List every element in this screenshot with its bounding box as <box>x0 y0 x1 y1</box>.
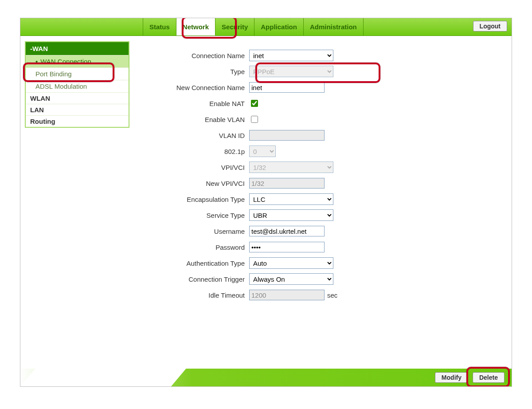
trigger-select[interactable]: Always On <box>249 273 333 285</box>
sidebar: -WAN WAN Connection Port Binding ADSL Mo… <box>25 41 129 128</box>
username-input[interactable] <box>249 226 325 236</box>
top-nav: Status Network Security Application Admi… <box>20 18 512 36</box>
new-vpi-vci-input <box>249 178 325 189</box>
vpi-vci-label: VPI/VCI <box>143 164 249 171</box>
tab-application[interactable]: Application <box>254 18 304 35</box>
content-panel: Connection Name inet Type PPPoE <box>129 36 512 369</box>
sidebar-item-lan[interactable]: LAN <box>26 104 129 115</box>
dot1p-select: 0 <box>249 146 276 157</box>
vlan-id-input <box>249 130 325 141</box>
sidebar-item-wan-connection[interactable]: WAN Connection <box>26 55 129 67</box>
delete-button[interactable]: Delete <box>473 372 505 383</box>
new-connection-name-input[interactable] <box>249 82 325 93</box>
idle-timeout-label: Idle Timeout <box>143 291 249 299</box>
auth-type-select[interactable]: Auto <box>249 257 333 269</box>
connection-name-label: Connection Name <box>143 52 249 59</box>
vpi-vci-select: 1/32 <box>249 161 333 173</box>
service-type-label: Service Type <box>143 212 249 219</box>
enable-vlan-label: Enable VLAN <box>143 116 249 123</box>
sidebar-item-routing[interactable]: Routing <box>26 115 129 127</box>
dot1p-label: 802.1p <box>143 148 249 155</box>
password-label: Password <box>143 244 249 251</box>
enable-vlan-checkbox[interactable] <box>251 116 258 123</box>
sidebar-item-adsl-modulation[interactable]: ADSL Modulation <box>26 80 129 92</box>
idle-timeout-suffix: sec <box>327 291 337 299</box>
vlan-id-label: VLAN ID <box>143 132 249 139</box>
enable-nat-checkbox[interactable] <box>251 100 258 107</box>
sidebar-item-wlan[interactable]: WLAN <box>26 92 129 104</box>
modify-button[interactable]: Modify <box>435 372 468 383</box>
type-label: Type <box>143 68 249 75</box>
logout-button[interactable]: Logout <box>473 21 507 31</box>
trigger-label: Connection Trigger <box>143 275 249 283</box>
new-vpi-vci-label: New VPI/VCI <box>143 180 249 187</box>
tab-administration[interactable]: Administration <box>304 18 364 35</box>
connection-name-select[interactable]: inet <box>249 50 333 61</box>
tab-status[interactable]: Status <box>143 18 176 35</box>
sidebar-item-port-binding[interactable]: Port Binding <box>26 67 129 80</box>
username-label: Username <box>143 228 249 235</box>
type-select: PPPoE <box>249 66 333 77</box>
auth-type-label: Authentication Type <box>143 260 249 267</box>
password-input[interactable] <box>249 242 325 252</box>
sidebar-section-wan[interactable]: -WAN <box>26 42 129 55</box>
idle-timeout-input <box>249 290 325 300</box>
service-type-select[interactable]: UBR <box>249 209 333 221</box>
encap-label: Encapsulation Type <box>143 196 249 203</box>
new-connection-name-label: New Connection Name <box>143 84 249 91</box>
footer-bar: Modify Delete <box>20 369 512 386</box>
tab-security[interactable]: Security <box>215 18 254 35</box>
encap-select[interactable]: LLC <box>249 193 333 205</box>
tab-network[interactable]: Network <box>176 18 215 35</box>
enable-nat-label: Enable NAT <box>143 100 249 107</box>
